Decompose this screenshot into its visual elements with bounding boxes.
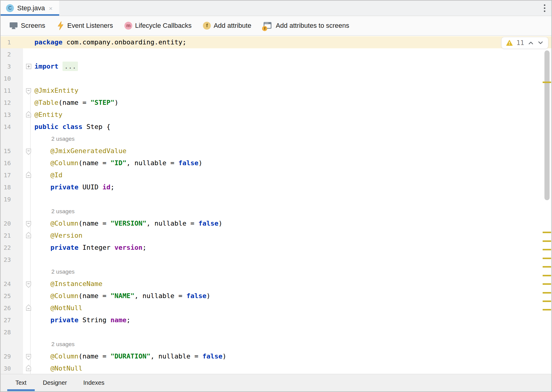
code-text[interactable]: @JmixEntity <box>34 85 551 97</box>
fold-region-start-icon[interactable] <box>26 354 31 360</box>
fold-region-end-icon[interactable] <box>26 304 31 311</box>
warning-stripe-mark[interactable] <box>543 258 551 259</box>
line-number: 12 <box>1 97 23 109</box>
toolbar-item-add-attribute[interactable]: fAdd attribute <box>203 22 251 30</box>
usages-inlay-hint[interactable]: 2 usages <box>34 338 75 350</box>
fold-region-start-icon[interactable] <box>26 149 31 155</box>
warning-stripe-mark[interactable] <box>543 266 551 268</box>
code-text[interactable]: public class Step { <box>34 121 551 133</box>
code-text[interactable]: @JmixGeneratedValue <box>34 145 551 157</box>
code-line[interactable]: 12@Table(name = "STEP") <box>1 97 551 109</box>
code-text[interactable]: @Column(name = "NAME", nullable = false) <box>34 290 551 302</box>
editor-mode-tab-indexes[interactable]: Indexes <box>75 374 113 391</box>
code-line[interactable]: 20 @Column(name = "VERSION", nullable = … <box>1 217 551 230</box>
fold-region-end-icon[interactable] <box>26 232 31 238</box>
warning-stripe-mark[interactable] <box>543 275 551 276</box>
code-text[interactable] <box>34 326 551 338</box>
code-line[interactable]: 30 @NotNull <box>1 362 551 374</box>
code-line[interactable]: 24 @InstanceName <box>1 278 551 290</box>
scrollbar-thumb[interactable] <box>544 50 550 200</box>
fold-gutter <box>23 145 34 157</box>
code-text[interactable]: private Integer version; <box>34 242 551 254</box>
code-line[interactable]: 16 @Column(name = "ID", nullable = false… <box>1 157 551 169</box>
warning-stripe-mark[interactable] <box>543 283 551 285</box>
code-text[interactable] <box>34 193 551 205</box>
code-line[interactable]: 11@JmixEntity <box>1 85 551 97</box>
fold-region-start-icon[interactable] <box>26 88 31 95</box>
line-number: 26 <box>1 302 23 314</box>
usages-hint-row[interactable]: 2 usages <box>1 338 551 350</box>
code-text[interactable]: @InstanceName <box>34 278 551 290</box>
code-line[interactable]: 2 <box>1 48 551 60</box>
code-line[interactable]: 17 @Id <box>1 169 551 181</box>
close-icon[interactable]: × <box>48 5 53 12</box>
line-number: 15 <box>1 145 23 157</box>
code-text[interactable]: @Column(name = "VERSION", nullable = fal… <box>34 217 551 230</box>
fold-region-end-icon[interactable] <box>26 172 31 178</box>
code-text[interactable]: @Column(name = "DURATION", nullable = fa… <box>34 350 551 362</box>
usages-inlay-hint[interactable]: 2 usages <box>34 205 75 217</box>
next-problem-chevron-down-icon[interactable] <box>538 41 544 45</box>
code-line[interactable]: 15 @JmixGeneratedValue <box>1 145 551 157</box>
usages-hint-row[interactable]: 2 usages <box>1 205 551 217</box>
code-text[interactable]: @Column(name = "ID", nullable = false) <box>34 157 551 169</box>
code-line[interactable]: 14public class Step { <box>1 121 551 133</box>
code-text[interactable]: private UUID id; <box>34 181 551 193</box>
warning-stripe-mark[interactable] <box>543 240 551 242</box>
code-line[interactable]: 22 private Integer version; <box>1 242 551 254</box>
fold-region-start-icon[interactable] <box>26 221 31 227</box>
fold-region-end-icon[interactable] <box>26 111 31 117</box>
code-line[interactable]: 21 @Version <box>1 230 551 242</box>
warning-stripe-mark[interactable] <box>543 300 551 302</box>
code-text[interactable]: private String name; <box>34 314 551 326</box>
fold-region-end-icon[interactable] <box>26 365 31 371</box>
code-line[interactable]: 29 @Column(name = "DURATION", nullable =… <box>1 350 551 362</box>
toolbar-item-add-attributes-to-screens[interactable]: fAdd attributes to screens <box>263 21 349 30</box>
code-text[interactable] <box>34 254 551 266</box>
code-line[interactable]: 10 <box>1 72 551 85</box>
warning-stripe-mark[interactable] <box>543 82 551 83</box>
code-text[interactable]: import ... <box>34 60 551 72</box>
code-line[interactable]: 1package com.company.onboarding.entity; <box>1 36 551 48</box>
code-line[interactable]: 28 <box>1 326 551 338</box>
warning-stripe-mark[interactable] <box>543 232 551 233</box>
toolbar-item-lifecycle-callbacks[interactable]: mLifecycle Callbacks <box>124 22 191 30</box>
tab-step-java[interactable]: C Step.java × <box>1 1 59 16</box>
usages-inlay-hint[interactable]: 2 usages <box>34 266 75 278</box>
toolbar-item-event-listeners[interactable]: Event Listeners <box>57 21 113 30</box>
warning-triangle-icon[interactable] <box>506 40 513 46</box>
fold-expand-icon[interactable] <box>26 64 31 69</box>
code-line[interactable]: 18 private UUID id; <box>1 181 551 193</box>
editor-mode-tab-text[interactable]: Text <box>7 374 35 391</box>
code-line[interactable]: 26 @NotNull <box>1 302 551 314</box>
code-text[interactable]: package com.company.onboarding.entity; <box>34 36 551 48</box>
code-text[interactable]: @Table(name = "STEP") <box>34 97 551 109</box>
code-text[interactable] <box>34 72 551 85</box>
line-number: 14 <box>1 121 23 133</box>
editor-mode-tab-designer[interactable]: Designer <box>35 374 75 391</box>
warning-stripe-mark[interactable] <box>543 292 551 294</box>
code-line[interactable]: 19 <box>1 193 551 205</box>
usages-inlay-hint[interactable]: 2 usages <box>34 133 75 145</box>
fold-region-start-icon[interactable] <box>26 281 31 288</box>
more-options-kebab-icon[interactable] <box>542 3 547 13</box>
usages-hint-row[interactable]: 2 usages <box>1 266 551 278</box>
previous-problem-chevron-up-icon[interactable] <box>528 41 534 45</box>
code-text[interactable] <box>34 48 551 60</box>
method-m-icon: m <box>124 22 132 30</box>
warning-stripe-mark[interactable] <box>543 309 551 310</box>
code-line[interactable]: 13@Entity <box>1 109 551 121</box>
code-text[interactable]: @NotNull <box>34 362 551 374</box>
code-text[interactable]: @Entity <box>34 109 551 121</box>
usages-hint-row[interactable]: 2 usages <box>1 133 551 145</box>
code-editor[interactable]: 1package com.company.onboarding.entity;2… <box>1 36 551 374</box>
code-line[interactable]: 25 @Column(name = "NAME", nullable = fal… <box>1 290 551 302</box>
warning-stripe-mark[interactable] <box>543 249 551 250</box>
code-text[interactable]: @NotNull <box>34 302 551 314</box>
code-line[interactable]: 27 private String name; <box>1 314 551 326</box>
code-text[interactable]: @Id <box>34 169 551 181</box>
code-text[interactable]: @Version <box>34 230 551 242</box>
toolbar-item-screens[interactable]: Screens <box>9 21 45 30</box>
code-line[interactable]: 23 <box>1 254 551 266</box>
code-line[interactable]: 3import ... <box>1 60 551 72</box>
